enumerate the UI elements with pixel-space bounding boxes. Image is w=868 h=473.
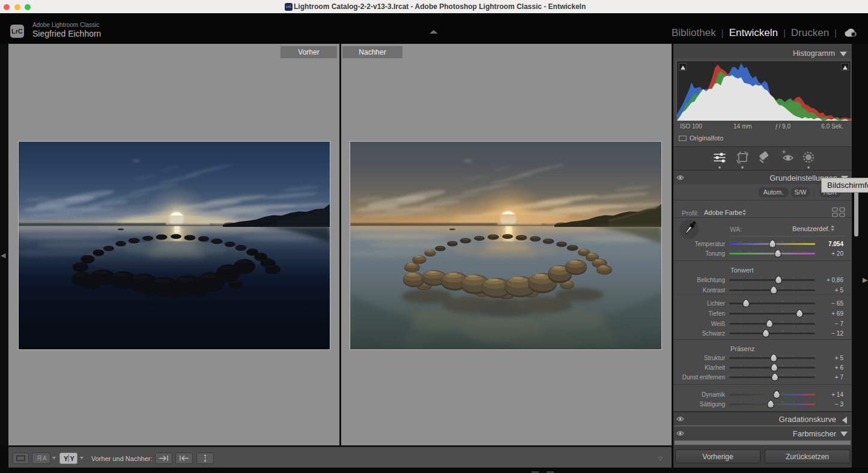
svg-text:Y: Y (70, 455, 75, 462)
svg-text:Y: Y (64, 455, 68, 462)
svg-text:A: A (43, 455, 47, 462)
